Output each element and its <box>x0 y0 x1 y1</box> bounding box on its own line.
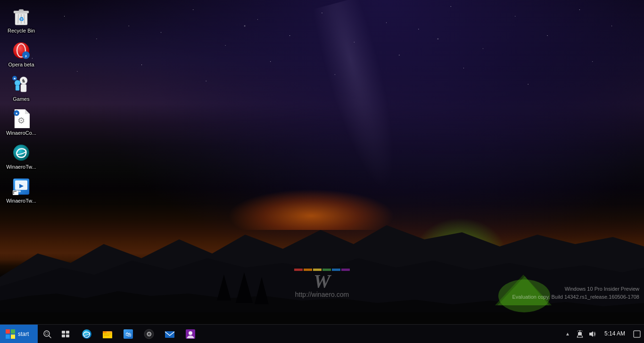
taskbar-pinned: 🛍 ⚙ <box>75 325 202 343</box>
svg-text:★: ★ <box>15 112 18 115</box>
svg-line-41 <box>49 336 51 338</box>
winaero-shortcut-image: ▶ <box>12 177 31 196</box>
winaero-edge-image <box>12 143 31 162</box>
clock[interactable]: 5:14 AM <box>600 325 630 343</box>
svg-marker-66 <box>589 331 593 337</box>
watermark-logo: W <box>314 272 330 291</box>
svg-rect-67 <box>634 331 640 337</box>
network-icon[interactable] <box>574 325 586 343</box>
logo-cell-green <box>11 329 15 334</box>
recycle-bin-label: Recycle Bin <box>8 27 35 34</box>
watermark: W http://winaero.com <box>294 269 350 298</box>
svg-rect-42 <box>62 331 65 334</box>
build-line1: Windows 10 Pro Insider Preview <box>512 285 640 293</box>
svg-rect-49 <box>103 331 107 333</box>
svg-rect-50 <box>104 334 111 335</box>
build-line2: Evaluation copy. Build 14342.rs1_release… <box>512 293 640 301</box>
svg-point-39 <box>44 331 50 336</box>
svg-rect-25 <box>16 85 19 90</box>
task-view-button[interactable] <box>57 325 75 343</box>
bar-orange <box>304 269 312 271</box>
opera-beta-label: Opera beta <box>8 61 34 68</box>
opera-beta-icon[interactable]: β Opera beta <box>2 39 40 70</box>
svg-rect-51 <box>104 335 109 336</box>
winaero-config-label: WinaeroCo... <box>6 130 36 136</box>
svg-point-33 <box>13 145 29 161</box>
svg-point-58 <box>189 331 192 335</box>
winaero-shortcut-icon[interactable]: ▶ WinaeroTw... <box>2 175 40 206</box>
windows-logo <box>6 329 15 339</box>
svg-rect-12 <box>19 9 24 11</box>
system-tray: ▲ <box>560 325 600 343</box>
cortana-button[interactable] <box>38 325 57 343</box>
clock-time: 5:14 AM <box>604 330 625 338</box>
recycle-bin-icon[interactable]: ♻ Recycle Bin <box>2 5 40 36</box>
svg-text:⚙: ⚙ <box>146 330 152 337</box>
notification-button[interactable] <box>630 325 644 343</box>
build-watermark: Windows 10 Pro Insider Preview Evaluatio… <box>512 285 640 301</box>
svg-line-62 <box>580 330 583 331</box>
bar-purple <box>341 269 350 271</box>
taskbar-explorer-button[interactable] <box>97 325 118 343</box>
svg-rect-44 <box>62 335 65 337</box>
svg-text:♞: ♞ <box>21 78 26 83</box>
svg-point-40 <box>45 332 48 335</box>
bar-blue <box>332 269 340 271</box>
winaero-edge-icon[interactable]: WinaeroTw... <box>2 141 40 172</box>
svg-text:β: β <box>25 55 27 57</box>
games-label: Games <box>13 96 29 102</box>
start-label: start <box>18 331 29 337</box>
volume-icon[interactable] <box>586 325 598 343</box>
svg-text:★: ★ <box>13 77 16 80</box>
logo-cell-blue <box>6 335 10 339</box>
svg-rect-59 <box>578 332 582 335</box>
desktop: ♻ Recycle Bin <box>0 0 644 324</box>
winaero-edge-label: WinaeroTw... <box>6 163 36 170</box>
taskbar-mail-button[interactable] <box>159 325 180 343</box>
bar-red <box>294 269 303 271</box>
taskbar-settings-button[interactable]: ⚙ <box>139 325 159 343</box>
opera-beta-image: β <box>12 41 31 60</box>
winaero-shortcut-label: WinaeroTw... <box>6 197 36 204</box>
svg-rect-56 <box>165 331 174 338</box>
desktop-icons: ♻ Recycle Bin <box>2 5 40 207</box>
logo-cell-red <box>6 329 10 334</box>
taskbar-right: ▲ <box>560 325 644 343</box>
svg-point-24 <box>15 80 20 86</box>
start-button[interactable]: start <box>0 325 38 343</box>
taskbar: start <box>0 324 644 343</box>
svg-rect-43 <box>66 331 69 334</box>
winaero-config-icon[interactable]: ⚙ ★ WinaeroCo... <box>2 107 40 139</box>
winaero-config-image: ⚙ ★ <box>12 109 31 128</box>
recycle-bin-image: ♻ <box>12 7 31 26</box>
taskbar-store-button[interactable]: 🛍 <box>118 325 139 343</box>
svg-text:🛍: 🛍 <box>125 331 132 338</box>
terrain-svg <box>0 192 644 324</box>
logo-cell-yellow <box>11 335 15 339</box>
svg-marker-29 <box>25 109 30 114</box>
tray-expand-button[interactable]: ▲ <box>562 325 573 343</box>
taskbar-user-button[interactable] <box>180 325 201 343</box>
milkyway-effect <box>267 0 454 210</box>
watermark-url: http://winaero.com <box>295 291 349 298</box>
svg-rect-9 <box>0 312 644 324</box>
taskbar-edge-button[interactable] <box>76 325 97 343</box>
svg-line-61 <box>577 330 580 331</box>
games-icon[interactable]: ♞ ★ Games <box>2 73 40 105</box>
svg-rect-22 <box>21 84 26 92</box>
svg-rect-45 <box>66 335 69 337</box>
svg-text:⚙: ⚙ <box>17 116 25 125</box>
games-image: ♞ ★ <box>12 75 31 94</box>
